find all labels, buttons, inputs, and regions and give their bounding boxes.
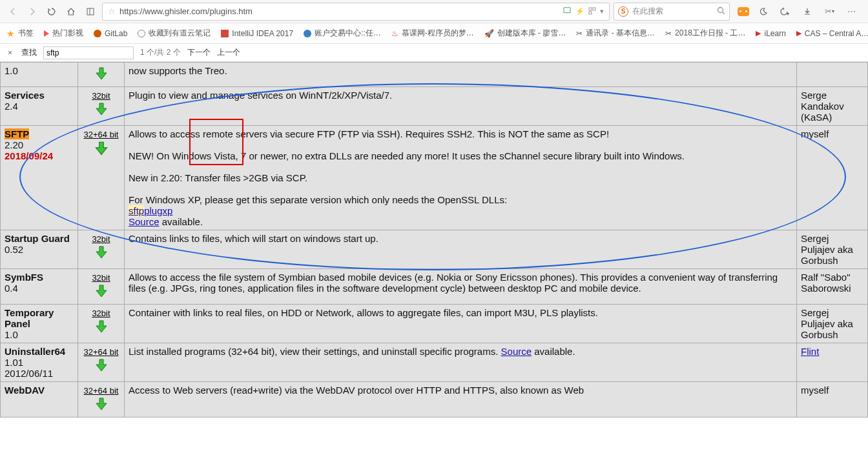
- download-arrow-icon[interactable]: [94, 102, 109, 117]
- home-button[interactable]: [63, 4, 79, 19]
- table-row: SymbFS0.4 32bit Allows to access the fil…: [1, 269, 868, 305]
- table-row: WebDAV 32+64 bit Access to Web servers (…: [1, 382, 868, 418]
- bookmark-item[interactable]: ♨慕课网-程序员的梦…: [391, 28, 474, 39]
- globe-icon: [138, 30, 145, 37]
- url-bar[interactable]: ☆ https://www.ghisler.com/plugins.htm ⚡ …: [102, 3, 610, 21]
- download-link[interactable]: 32+64 bit: [84, 130, 119, 139]
- sogou-icon: S: [618, 6, 628, 17]
- browser-toolbar: ☆ https://www.ghisler.com/plugins.htm ⚡ …: [0, 0, 868, 23]
- bookmark-item[interactable]: IntelliJ IDEA 2017: [221, 29, 293, 38]
- bookmark-item[interactable]: GitLab: [94, 29, 127, 38]
- svg-rect-4: [589, 12, 592, 14]
- toolbar-right: ▾ ✂▾ ⋯: [734, 4, 863, 19]
- download-arrow-icon[interactable]: [94, 358, 109, 374]
- find-prev[interactable]: 上一个: [217, 47, 240, 58]
- gamepad-icon[interactable]: [738, 7, 749, 16]
- qr-icon[interactable]: [588, 7, 596, 16]
- favorite-icon[interactable]: ☆: [108, 6, 116, 16]
- lightning-icon[interactable]: ⚡: [575, 7, 584, 15]
- download-arrow-icon[interactable]: [94, 319, 109, 335]
- author-link[interactable]: Flint: [801, 346, 819, 357]
- download-link[interactable]: 32bit: [92, 234, 110, 244]
- dropdown-icon[interactable]: ▾: [600, 7, 604, 15]
- sftpplugxp-link[interactable]: sftpplugxp: [129, 205, 172, 216]
- download-link[interactable]: 32+64 bit: [84, 386, 119, 396]
- download-link[interactable]: 32bit: [92, 308, 110, 318]
- moon-icon[interactable]: [756, 4, 771, 19]
- url-text: https://www.ghisler.com/plugins.htm: [119, 6, 559, 16]
- page-content: 1.0 now supports the Treo. Services2.4 3…: [0, 62, 868, 418]
- intellij-icon: [221, 30, 229, 37]
- flame-icon: ♨: [391, 29, 398, 38]
- table-row: Startup Guard0.52 32bit Contains links t…: [1, 230, 868, 269]
- download-link[interactable]: 32bit: [92, 91, 110, 101]
- sidebar-button[interactable]: [83, 4, 98, 19]
- scissors-bm-icon: ✂: [576, 29, 583, 38]
- search-icon[interactable]: [717, 6, 725, 17]
- download-arrow-icon[interactable]: [94, 397, 109, 412]
- back-button[interactable]: [5, 4, 21, 19]
- svg-rect-2: [589, 8, 592, 10]
- download-arrow-icon[interactable]: [94, 66, 109, 82]
- search-placeholder: 在此搜索: [632, 6, 713, 17]
- download-icon[interactable]: [800, 4, 815, 19]
- bookmark-item[interactable]: ▶iLearn: [756, 29, 785, 38]
- bookmark-item[interactable]: 账户交易中心::任…: [304, 28, 381, 39]
- svg-rect-3: [593, 8, 595, 10]
- bookmark-item[interactable]: 🚀创建版本库 - 廖雪…: [484, 28, 566, 39]
- bookmark-item[interactable]: ★书签: [6, 28, 34, 39]
- plugin-name-highlight: SFTP: [5, 128, 29, 139]
- download-arrow-icon[interactable]: [93, 141, 110, 157]
- flag-icon: ▶: [796, 29, 801, 37]
- source-link[interactable]: Source: [501, 346, 532, 357]
- bookmark-item[interactable]: 收藏到有道云笔记: [138, 28, 211, 39]
- reload-button[interactable]: [44, 4, 59, 19]
- svg-line-6: [723, 12, 725, 14]
- plugins-table: 1.0 now supports the Treo. Services2.4 3…: [0, 62, 868, 418]
- download-arrow-icon[interactable]: [94, 245, 109, 261]
- find-close[interactable]: ×: [5, 48, 15, 57]
- bookmark-item[interactable]: ▶CAS – Central A…: [796, 29, 868, 38]
- bookmark-item[interactable]: 热门影视: [44, 28, 83, 39]
- flag-icon: ▶: [756, 29, 761, 37]
- scissors-bm-icon: ✂: [665, 29, 672, 38]
- rocket-icon: 🚀: [484, 29, 494, 38]
- table-row: Temporary Panel1.0 32bit Container with …: [1, 305, 868, 343]
- table-row-sftp: SFTP 2.20 2018/09/24 32+64 bit Allows to…: [1, 126, 868, 230]
- source-link[interactable]: Source: [129, 216, 160, 227]
- find-input[interactable]: [43, 46, 134, 59]
- site-icon: [304, 30, 311, 37]
- star-icon: ★: [6, 28, 15, 39]
- play-icon: [44, 30, 49, 37]
- find-next[interactable]: 下一个: [187, 47, 211, 58]
- find-bar: × 查找 1 个/共 2 个 下一个 上一个: [0, 44, 868, 62]
- table-row: Uninstaller641.012012/06/11 32+64 bit Li…: [1, 343, 868, 382]
- table-row: 1.0 now supports the Treo.: [1, 63, 868, 87]
- download-arrow-icon[interactable]: [94, 284, 109, 299]
- search-box[interactable]: S 在此搜索: [614, 3, 730, 21]
- download-link[interactable]: 32+64 bit: [84, 347, 119, 357]
- find-label: 查找: [21, 47, 37, 58]
- bookmark-item[interactable]: ✂通讯录 - 基本信息…: [576, 28, 655, 39]
- bookmarks-bar: ★书签 热门影视 GitLab 收藏到有道云笔记 IntelliJ IDEA 2…: [0, 23, 868, 44]
- gitlab-icon: [94, 30, 101, 37]
- download-link[interactable]: 32bit: [92, 273, 110, 283]
- svg-rect-0: [87, 8, 94, 15]
- find-count: 1 个/共 2 个: [140, 47, 181, 58]
- undo-icon[interactable]: ▾: [778, 4, 793, 19]
- scissors-icon[interactable]: ✂▾: [822, 4, 837, 19]
- svg-point-5: [718, 7, 723, 12]
- table-row: Services2.4 32bit Plugin to view and man…: [1, 87, 868, 126]
- more-icon[interactable]: ⋯: [843, 4, 859, 19]
- bookmark-item[interactable]: ✂2018工作日报 - 工…: [665, 28, 745, 39]
- forward-button[interactable]: [25, 4, 40, 19]
- reader-icon[interactable]: [563, 6, 572, 17]
